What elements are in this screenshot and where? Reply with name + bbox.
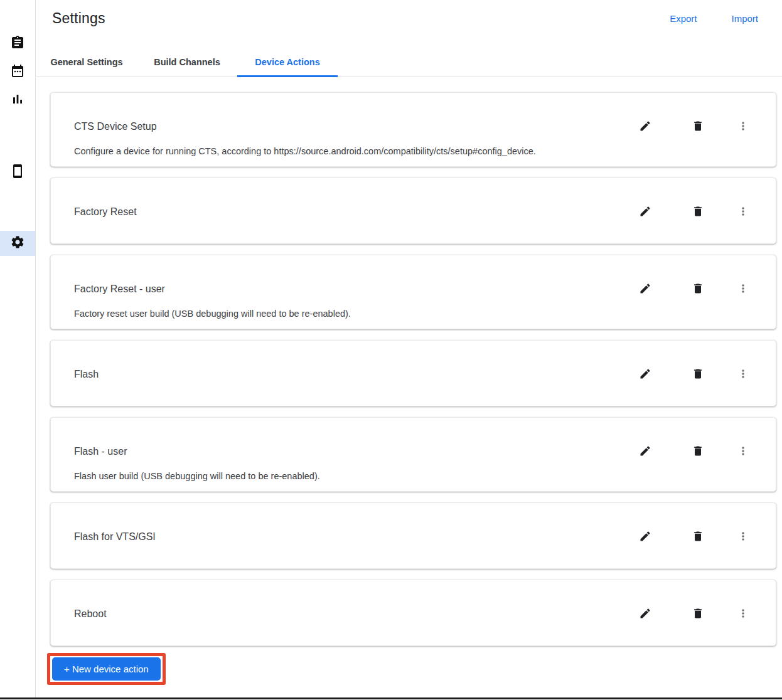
export-link[interactable]: Export xyxy=(670,13,697,24)
more-menu-button[interactable] xyxy=(737,283,749,295)
edit-button[interactable] xyxy=(639,283,651,295)
more-menu-button[interactable] xyxy=(737,608,749,620)
device-action-card: CTS Device Setup Configure a device for … xyxy=(50,92,776,167)
main-panel: Settings Export Import General Settings … xyxy=(36,0,782,697)
device-action-icons xyxy=(639,120,749,133)
smartphone-icon xyxy=(10,164,25,181)
pencil-icon xyxy=(639,368,651,382)
device-action-icons xyxy=(639,368,749,381)
more-vert-icon xyxy=(737,282,749,297)
device-action-description: Configure a device for running CTS, acco… xyxy=(74,146,749,156)
device-action-title: Reboot xyxy=(74,608,107,620)
trash-icon xyxy=(692,530,704,544)
more-vert-icon xyxy=(737,120,749,134)
device-action-icons xyxy=(639,283,749,295)
device-action-row: Flash for VTS/GSI xyxy=(74,531,749,543)
trash-icon xyxy=(692,282,704,297)
device-action-description: Factory reset user build (USB debugging … xyxy=(74,309,749,319)
edit-button[interactable] xyxy=(639,368,651,381)
device-action-icons xyxy=(639,531,749,543)
tab-general-settings[interactable]: General Settings xyxy=(36,47,137,77)
edit-button[interactable] xyxy=(639,531,651,543)
device-action-card: Reboot xyxy=(50,580,776,646)
assignment-icon xyxy=(10,35,25,53)
tab-build-channels[interactable]: Build Channels xyxy=(137,47,237,77)
pencil-icon xyxy=(639,530,651,544)
more-vert-icon xyxy=(737,368,749,382)
delete-button[interactable] xyxy=(692,608,704,620)
more-menu-button[interactable] xyxy=(737,120,749,133)
settings-gear-icon xyxy=(10,235,25,252)
device-action-description: Flash user build (USB debugging will nee… xyxy=(74,471,749,481)
more-vert-icon xyxy=(737,445,749,459)
trash-icon xyxy=(692,445,704,459)
more-menu-button[interactable] xyxy=(737,531,749,543)
more-menu-button[interactable] xyxy=(737,445,749,458)
edit-button[interactable] xyxy=(639,608,651,620)
new-device-action-button[interactable]: + New device action xyxy=(52,657,161,681)
delete-button[interactable] xyxy=(692,368,704,381)
pencil-icon xyxy=(639,607,651,622)
app-window: Settings Export Import General Settings … xyxy=(0,0,782,700)
pencil-icon xyxy=(639,282,651,297)
device-action-card: Factory Reset - user Factory reset user … xyxy=(50,255,776,329)
header-links: Export Import xyxy=(670,10,758,24)
device-action-title: Flash - user xyxy=(74,446,127,457)
sidebar xyxy=(0,0,36,697)
device-action-row: Factory Reset - user xyxy=(74,283,749,295)
device-action-title: Factory Reset - user xyxy=(74,284,165,295)
delete-button[interactable] xyxy=(692,283,704,295)
device-action-icons xyxy=(639,445,749,458)
device-action-title: Flash for VTS/GSI xyxy=(74,531,156,543)
edit-button[interactable] xyxy=(639,206,651,218)
more-vert-icon xyxy=(737,205,749,220)
device-action-row: CTS Device Setup xyxy=(74,120,749,133)
more-menu-button[interactable] xyxy=(737,368,749,381)
more-vert-icon xyxy=(737,530,749,544)
tab-bar: General Settings Build Channels Device A… xyxy=(36,47,782,77)
trash-icon xyxy=(692,120,704,134)
calendar-icon xyxy=(10,63,25,81)
device-actions-content: CTS Device Setup Configure a device for … xyxy=(36,77,782,685)
device-action-card: Factory Reset xyxy=(50,178,776,244)
device-action-row: Flash - user xyxy=(74,445,749,458)
device-action-title: CTS Device Setup xyxy=(74,121,157,132)
sidebar-item-schedule[interactable] xyxy=(0,60,35,85)
device-action-card: Flash - user Flash user build (USB debug… xyxy=(50,417,776,492)
trash-icon xyxy=(692,205,704,220)
trash-icon xyxy=(692,607,704,622)
trash-icon xyxy=(692,368,704,382)
tab-device-actions[interactable]: Device Actions xyxy=(237,47,338,77)
device-action-card: Flash for VTS/GSI xyxy=(50,502,776,569)
more-vert-icon xyxy=(737,607,749,622)
delete-button[interactable] xyxy=(692,445,704,458)
sidebar-item-settings[interactable] xyxy=(0,231,35,256)
pencil-icon xyxy=(639,120,651,134)
device-action-row: Flash xyxy=(74,368,749,381)
pencil-icon xyxy=(639,445,651,459)
screenshot-bottom-edge xyxy=(0,697,782,699)
edit-button[interactable] xyxy=(639,120,651,133)
sidebar-item-devices[interactable] xyxy=(0,160,35,185)
device-action-title: Flash xyxy=(74,369,99,380)
highlight-annotation-box: + New device action xyxy=(47,653,166,685)
device-action-row: Reboot xyxy=(74,608,749,620)
bar-chart-icon xyxy=(10,92,25,109)
device-action-card: Flash xyxy=(50,340,776,406)
more-menu-button[interactable] xyxy=(737,206,749,218)
device-action-icons xyxy=(639,608,749,620)
device-action-list: CTS Device Setup Configure a device for … xyxy=(50,92,776,646)
page-header: Settings Export Import xyxy=(36,0,782,27)
edit-button[interactable] xyxy=(639,445,651,458)
delete-button[interactable] xyxy=(692,120,704,133)
device-action-icons xyxy=(639,206,749,218)
sidebar-item-tests[interactable] xyxy=(0,31,35,56)
page-title: Settings xyxy=(52,10,105,27)
device-action-row: Factory Reset xyxy=(74,206,749,218)
sidebar-item-reports[interactable] xyxy=(0,88,35,113)
delete-button[interactable] xyxy=(692,531,704,543)
delete-button[interactable] xyxy=(692,206,704,218)
import-link[interactable]: Import xyxy=(731,13,758,24)
pencil-icon xyxy=(639,205,651,220)
device-action-title: Factory Reset xyxy=(74,206,137,218)
